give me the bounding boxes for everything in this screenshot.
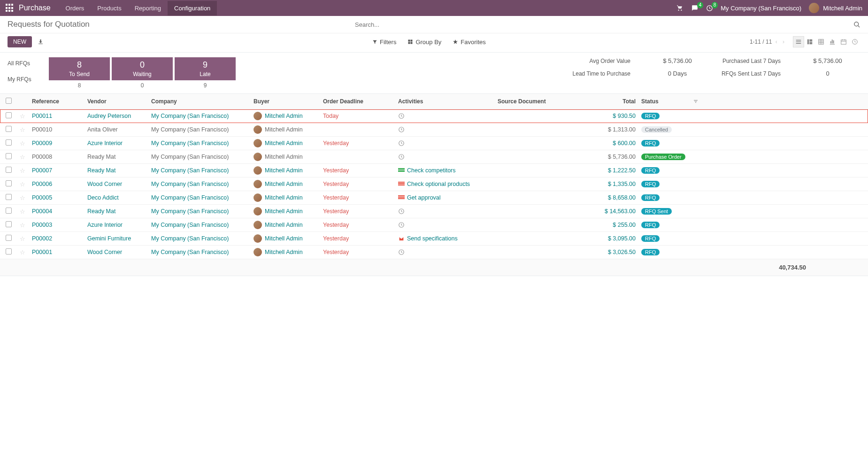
company-link[interactable]: My Company (San Francisco) — [151, 126, 229, 133]
row-checkbox[interactable] — [6, 153, 12, 159]
star-icon[interactable]: ☆ — [20, 154, 25, 161]
header-status[interactable]: Status — [638, 98, 693, 105]
search-icon[interactable] — [853, 21, 860, 28]
buyer-link[interactable]: Mitchell Admin — [265, 167, 303, 174]
row-checkbox[interactable] — [6, 126, 12, 132]
clock-icon[interactable] — [398, 222, 498, 228]
dash-mini-value[interactable]: 9 — [175, 80, 236, 91]
table-row[interactable]: ☆ P00010 Anita Oliver My Company (San Fr… — [0, 123, 868, 137]
buyer-link[interactable]: Mitchell Admin — [265, 194, 303, 201]
reference-link[interactable]: P00006 — [32, 181, 52, 187]
header-source[interactable]: Source Document — [498, 98, 582, 105]
reference-link[interactable]: P00007 — [32, 167, 52, 174]
reference-link[interactable]: P00008 — [32, 154, 52, 160]
row-checkbox[interactable] — [6, 248, 12, 254]
header-buyer[interactable]: Buyer — [253, 98, 323, 105]
activity-link[interactable]: Check optional products — [398, 181, 498, 187]
row-checkbox[interactable] — [6, 139, 12, 146]
row-checkbox[interactable] — [6, 167, 12, 173]
star-icon[interactable]: ☆ — [20, 222, 25, 229]
pager-prev-icon[interactable]: ‹ — [776, 39, 777, 45]
header-reference[interactable]: Reference — [32, 98, 87, 105]
table-row[interactable]: ☆ P00009 Azure Interior My Company (San … — [0, 137, 868, 150]
nav-item-reporting[interactable]: Reporting — [128, 1, 168, 15]
company-link[interactable]: My Company (San Francisco) — [151, 113, 229, 119]
row-checkbox[interactable] — [6, 180, 12, 186]
table-row[interactable]: ☆ P00002 Gemini Furniture My Company (Sa… — [0, 232, 868, 246]
new-button[interactable]: NEW — [8, 36, 32, 47]
pager-next-icon[interactable]: › — [783, 39, 784, 45]
row-checkbox[interactable] — [6, 221, 12, 227]
company-link[interactable]: My Company (San Francisco) — [151, 235, 229, 242]
dash-card-to-send[interactable]: 8To Send — [49, 57, 110, 80]
view-graph-icon[interactable] — [827, 36, 838, 47]
view-activity-icon[interactable] — [849, 36, 860, 47]
star-icon[interactable]: ☆ — [20, 249, 25, 256]
company-link[interactable]: My Company (San Francisco) — [151, 194, 229, 201]
buyer-link[interactable]: Mitchell Admin — [265, 208, 303, 215]
clock-icon[interactable] — [398, 208, 498, 215]
star-icon[interactable]: ☆ — [20, 127, 25, 133]
header-total[interactable]: Total — [582, 98, 638, 105]
reference-link[interactable]: P00004 — [32, 208, 52, 215]
dash-card-waiting[interactable]: 0Waiting — [112, 57, 173, 80]
row-checkbox[interactable] — [6, 235, 12, 241]
star-icon[interactable]: ☆ — [20, 140, 25, 147]
chat-icon[interactable]: 4 — [691, 5, 699, 11]
user-menu[interactable]: Mitchell Admin — [809, 3, 862, 13]
buyer-link[interactable]: Mitchell Admin — [265, 249, 303, 255]
reference-link[interactable]: P00002 — [32, 235, 52, 242]
clock-icon[interactable] — [398, 113, 498, 119]
vendor-link[interactable]: Deco Addict — [87, 194, 119, 201]
nav-item-products[interactable]: Products — [91, 1, 128, 15]
view-list-icon[interactable] — [793, 36, 804, 47]
select-all-checkbox[interactable] — [6, 98, 12, 104]
cart-icon[interactable] — [676, 5, 684, 11]
activity-link[interactable]: Send specifications — [398, 235, 498, 242]
reference-link[interactable]: P00009 — [32, 140, 52, 147]
vendor-link[interactable]: Gemini Furniture — [87, 235, 131, 242]
clock-icon[interactable] — [398, 126, 498, 133]
buyer-link[interactable]: Mitchell Admin — [265, 235, 303, 242]
download-icon[interactable] — [38, 39, 44, 45]
search-input[interactable] — [355, 21, 853, 28]
nav-item-configuration[interactable]: Configuration — [168, 1, 217, 15]
buyer-link[interactable]: Mitchell Admin — [265, 154, 303, 160]
buyer-link[interactable]: Mitchell Admin — [265, 222, 303, 228]
view-kanban-icon[interactable] — [804, 36, 815, 47]
buyer-link[interactable]: Mitchell Admin — [265, 181, 303, 187]
activity-link[interactable]: Get approval — [398, 194, 498, 201]
star-icon[interactable]: ☆ — [20, 113, 25, 120]
view-pivot-icon[interactable] — [815, 36, 827, 47]
groupby-button[interactable]: Group By — [407, 39, 441, 46]
table-row[interactable]: ☆ P00005 Deco Addict My Company (San Fra… — [0, 191, 868, 205]
buyer-link[interactable]: Mitchell Admin — [265, 126, 303, 133]
company-link[interactable]: My Company (San Francisco) — [151, 222, 229, 228]
company-selector[interactable]: My Company (San Francisco) — [721, 5, 801, 12]
nav-item-orders[interactable]: Orders — [59, 1, 91, 15]
apps-icon[interactable] — [6, 4, 14, 12]
reference-link[interactable]: P00001 — [32, 249, 52, 255]
company-link[interactable]: My Company (San Francisco) — [151, 208, 229, 215]
row-checkbox[interactable] — [6, 194, 12, 200]
company-link[interactable]: My Company (San Francisco) — [151, 167, 229, 174]
table-row[interactable]: ☆ P00008 Ready Mat My Company (San Franc… — [0, 150, 868, 164]
clock-icon[interactable] — [398, 249, 498, 255]
header-vendor[interactable]: Vendor — [87, 98, 151, 105]
header-activities[interactable]: Activities — [398, 98, 498, 105]
table-row[interactable]: ☆ P00003 Azure Interior My Company (San … — [0, 218, 868, 232]
dash-card-late[interactable]: 9Late — [175, 57, 236, 80]
vendor-link[interactable]: Azure Interior — [87, 222, 123, 228]
header-deadline[interactable]: Order Deadline — [323, 98, 398, 105]
reference-link[interactable]: P00011 — [32, 113, 52, 119]
dash-mini-value[interactable]: 8 — [49, 80, 110, 91]
star-icon[interactable]: ☆ — [20, 236, 25, 242]
vendor-link[interactable]: Ready Mat — [87, 167, 115, 174]
reference-link[interactable]: P00010 — [32, 126, 52, 133]
star-icon[interactable]: ☆ — [20, 195, 25, 201]
table-row[interactable]: ☆ P00001 Wood Corner My Company (San Fra… — [0, 246, 868, 259]
table-row[interactable]: ☆ P00011 Audrey Peterson My Company (San… — [0, 109, 868, 123]
row-checkbox[interactable] — [6, 112, 12, 118]
vendor-link[interactable]: Ready Mat — [87, 208, 115, 215]
star-icon[interactable]: ☆ — [20, 208, 25, 215]
